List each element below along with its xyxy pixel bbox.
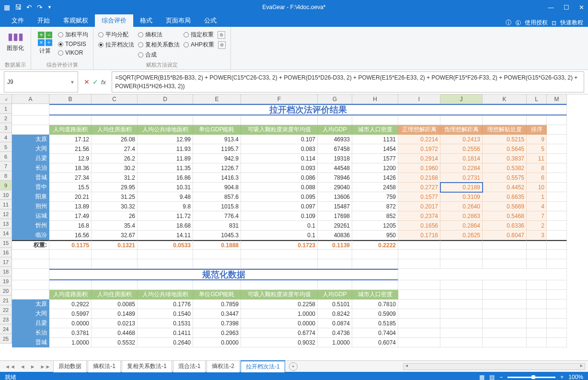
cell[interactable] xyxy=(547,183,567,192)
cell[interactable]: 0.2640 xyxy=(440,202,483,211)
cell[interactable] xyxy=(547,144,567,154)
cell[interactable] xyxy=(12,280,49,290)
cell[interactable]: 17698 xyxy=(318,211,352,221)
cell[interactable]: 1.0000 xyxy=(49,338,92,347)
cell[interactable] xyxy=(483,319,527,328)
cell[interactable]: 0.1960 xyxy=(398,163,440,173)
cell[interactable] xyxy=(318,250,352,259)
cell[interactable] xyxy=(440,259,483,269)
cell[interactable] xyxy=(483,115,527,125)
cell[interactable] xyxy=(440,280,483,290)
cell[interactable] xyxy=(483,309,527,319)
row-label[interactable]: 长治 xyxy=(12,328,49,338)
cell[interactable]: 20.21 xyxy=(49,192,92,202)
row-header-9[interactable]: 9 xyxy=(0,181,12,190)
close-icon[interactable]: ✕ xyxy=(579,4,584,11)
cell[interactable]: 2 xyxy=(527,221,547,230)
cell[interactable] xyxy=(547,240,567,250)
row-label[interactable]: 吕梁 xyxy=(12,154,49,163)
cell[interactable]: 11.93 xyxy=(138,144,193,154)
menu-tab-5[interactable]: 页面布局 xyxy=(159,14,197,27)
cell[interactable] xyxy=(12,269,49,280)
row-header-1[interactable]: 1 xyxy=(0,104,12,114)
cell[interactable]: 7 xyxy=(527,211,547,221)
cell[interactable]: 0.1321 xyxy=(92,240,138,250)
cell[interactable]: 11 xyxy=(527,154,547,163)
cell[interactable]: 0.7859 xyxy=(193,299,241,309)
cell[interactable]: 0.1175 xyxy=(49,240,92,250)
cell[interactable] xyxy=(440,115,483,125)
cell[interactable]: 31.2 xyxy=(92,173,138,183)
sheet-nav-first-icon[interactable]: ◄◄ xyxy=(3,364,17,369)
cell[interactable]: 12.9 xyxy=(49,154,92,163)
menu-tab-0[interactable]: 文件 xyxy=(5,14,31,27)
row-label[interactable]: 忻州 xyxy=(12,221,49,230)
row-header-6[interactable]: 6 xyxy=(0,152,12,161)
sheet-nav-prev-icon[interactable]: ◄ xyxy=(18,364,27,369)
cell[interactable] xyxy=(49,280,92,290)
cell[interactable] xyxy=(92,250,138,259)
row-header-13[interactable]: 13 xyxy=(0,219,12,229)
cell[interactable]: 15487 xyxy=(318,202,352,211)
col-header-green[interactable]: 人均公共绿地面积 xyxy=(138,125,193,135)
cell[interactable]: 0.107 xyxy=(241,135,318,144)
cell[interactable]: 0.114 xyxy=(241,154,318,163)
col-header-J[interactable]: J xyxy=(440,94,483,104)
cell[interactable] xyxy=(398,250,440,259)
row-label[interactable]: 太原 xyxy=(12,299,49,309)
cell[interactable]: 30.32 xyxy=(92,202,138,211)
row-header-19[interactable]: 19 xyxy=(0,276,12,286)
cell[interactable] xyxy=(398,309,440,319)
col-header-H[interactable]: H xyxy=(352,94,398,104)
cell[interactable]: 0.5645 xyxy=(483,144,527,154)
cell[interactable]: 3 xyxy=(527,230,547,240)
cell[interactable]: 0.095 xyxy=(241,192,318,202)
zoom-in-icon[interactable]: + xyxy=(560,374,564,380)
col-header-green[interactable]: 城市人口密度 xyxy=(352,290,398,299)
cell[interactable] xyxy=(440,290,483,299)
cell[interactable] xyxy=(547,280,567,290)
info-icon[interactable]: 🛈 xyxy=(515,20,521,26)
cell[interactable]: 0.088 xyxy=(241,183,318,192)
cell[interactable]: 0.2222 xyxy=(352,240,398,250)
cell[interactable]: 0.5468 xyxy=(483,211,527,221)
cell[interactable]: 16.86 xyxy=(138,173,193,183)
cell[interactable] xyxy=(398,280,440,290)
cell[interactable]: 0.7404 xyxy=(352,328,398,338)
cell[interactable] xyxy=(398,328,440,338)
cell[interactable]: 0.4452 xyxy=(483,183,527,192)
sheet-tab[interactable]: 熵权法-1 xyxy=(88,360,121,372)
cell[interactable]: 0.1814 xyxy=(440,154,483,163)
cell[interactable]: 0.2017 xyxy=(398,202,440,211)
row-header-16[interactable]: 16 xyxy=(0,248,12,257)
cell[interactable] xyxy=(49,115,92,125)
col-header-E[interactable]: E xyxy=(193,94,241,104)
cell[interactable]: 1205 xyxy=(352,221,398,230)
cell[interactable]: 0.1531 xyxy=(138,319,193,328)
cell[interactable]: 1015.8 xyxy=(193,202,241,211)
col-header-green[interactable]: 城市人口密度 xyxy=(352,125,398,135)
chevron-down-icon[interactable]: ▼ xyxy=(70,80,75,85)
cell[interactable]: 0.3781 xyxy=(49,328,92,338)
cell[interactable] xyxy=(527,280,547,290)
cell[interactable]: 0.2863 xyxy=(440,211,483,221)
radio-复相关系数法[interactable]: 复相关系数法 xyxy=(138,41,180,49)
radio-TOPSIS[interactable]: TOPSIS xyxy=(58,41,88,47)
cell[interactable]: 0.1411 xyxy=(138,328,193,338)
cell[interactable]: 11.72 xyxy=(138,211,193,221)
row-header-22[interactable]: 22 xyxy=(0,305,12,315)
cell[interactable]: 0.0000 xyxy=(241,319,318,328)
cell[interactable]: 2458 xyxy=(352,183,398,192)
cell[interactable]: 35.4 xyxy=(92,221,138,230)
cell[interactable] xyxy=(483,240,527,250)
cell[interactable]: 0.2922 xyxy=(49,299,92,309)
row-label[interactable]: 大同 xyxy=(12,309,49,319)
menu-tab-6[interactable]: 公式 xyxy=(197,14,223,27)
radio-VIKOR[interactable]: VIKOR xyxy=(58,49,88,56)
cell[interactable]: 6 xyxy=(527,173,547,183)
cell[interactable]: 18.36 xyxy=(49,163,92,173)
cell[interactable] xyxy=(49,259,92,269)
cell[interactable] xyxy=(527,319,547,328)
cell[interactable] xyxy=(483,328,527,338)
cell[interactable]: 0.5997 xyxy=(49,309,92,319)
